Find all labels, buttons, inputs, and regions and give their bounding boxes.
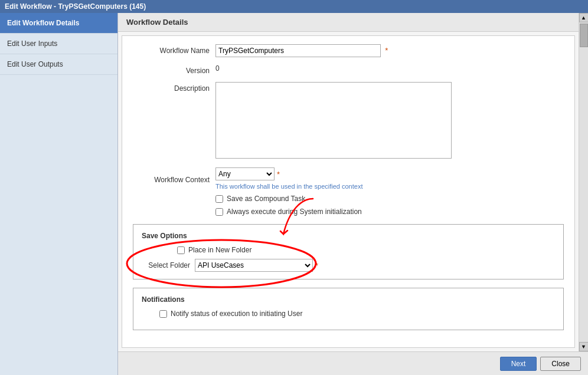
notifications-section: Notifications Notify status of execution… — [133, 288, 564, 330]
content-area: Workflow Details Workflow Name * — [118, 13, 579, 351]
select-folder-dropdown[interactable]: API UseCases Default Custom — [195, 259, 313, 272]
sidebar-item-edit-workflow-details[interactable]: Edit Workflow Details — [0, 13, 117, 34]
version-value: 0 — [215, 64, 564, 73]
workflow-name-label: Workflow Name — [133, 44, 215, 55]
place-new-folder-checkbox[interactable] — [177, 246, 185, 254]
workflow-name-control: * — [215, 44, 564, 57]
workflow-name-input[interactable] — [215, 44, 381, 57]
version-label: Version — [133, 64, 215, 75]
scroll-up-arrow[interactable]: ▲ — [579, 13, 589, 22]
place-new-folder-row: Place in New Folder — [177, 246, 555, 254]
place-new-folder-label: Place in New Folder — [188, 246, 251, 254]
notify-status-checkbox[interactable] — [159, 310, 167, 318]
sidebar: Edit Workflow Details Edit User Inputs E… — [0, 13, 118, 375]
always-execute-checkbox[interactable] — [215, 208, 223, 216]
save-compound-checkbox[interactable] — [215, 195, 223, 203]
content-body: Workflow Name * Version 0 — [122, 35, 575, 348]
version-row: Version 0 — [133, 64, 564, 75]
select-folder-row: Select Folder API UseCases Default Custo… — [142, 259, 555, 272]
notify-status-label: Notify status of execution to initiating… — [171, 310, 302, 318]
workflow-context-label: Workflow Context — [133, 173, 215, 184]
description-control — [215, 82, 564, 160]
context-hint: This workflow shall be used in the speci… — [215, 183, 564, 190]
workflow-name-row: Workflow Name * — [133, 44, 564, 57]
save-options-title: Save Options — [142, 232, 555, 240]
context-required: * — [277, 170, 280, 179]
scroll-thumb[interactable] — [580, 24, 588, 47]
title-text: Edit Workflow - TryPSGetComputers (145) — [5, 2, 146, 11]
always-execute-row: Always execute during System initializat… — [215, 208, 564, 216]
content-header: Workflow Details — [118, 13, 579, 32]
description-input[interactable] — [215, 82, 452, 159]
save-compound-row: Save as Compound Task — [215, 195, 564, 203]
notifications-title: Notifications — [142, 295, 555, 304]
title-bar: Edit Workflow - TryPSGetComputers (145) — [0, 0, 588, 13]
annotation-container: Place in New Folder Select Folder API Us… — [142, 246, 555, 272]
sidebar-item-edit-user-inputs[interactable]: Edit User Inputs — [0, 34, 117, 54]
description-row: Description — [133, 82, 564, 160]
select-folder-label: Select Folder — [142, 261, 195, 269]
folder-required: * — [315, 261, 318, 270]
workflow-context-row: Workflow Context Any Server Client * — [133, 167, 564, 190]
workflow-context-control: Any Server Client * This workflow shall … — [215, 167, 564, 190]
save-options-section: Save Options — [133, 224, 564, 279]
next-button[interactable]: Next — [500, 357, 537, 371]
description-label: Description — [133, 82, 215, 93]
save-compound-label: Save as Compound Task — [227, 195, 305, 203]
sidebar-item-edit-user-outputs[interactable]: Edit User Outputs — [0, 54, 117, 75]
footer: Next Close — [118, 351, 588, 375]
notify-status-row: Notify status of execution to initiating… — [159, 310, 555, 318]
scroll-down-arrow[interactable]: ▼ — [579, 342, 589, 351]
scrollbar[interactable]: ▲ ▼ — [579, 13, 588, 351]
close-button[interactable]: Close — [540, 357, 581, 371]
workflow-context-select[interactable]: Any Server Client — [215, 167, 275, 180]
workflow-name-required: * — [385, 46, 388, 55]
always-execute-label: Always execute during System initializat… — [227, 208, 362, 216]
